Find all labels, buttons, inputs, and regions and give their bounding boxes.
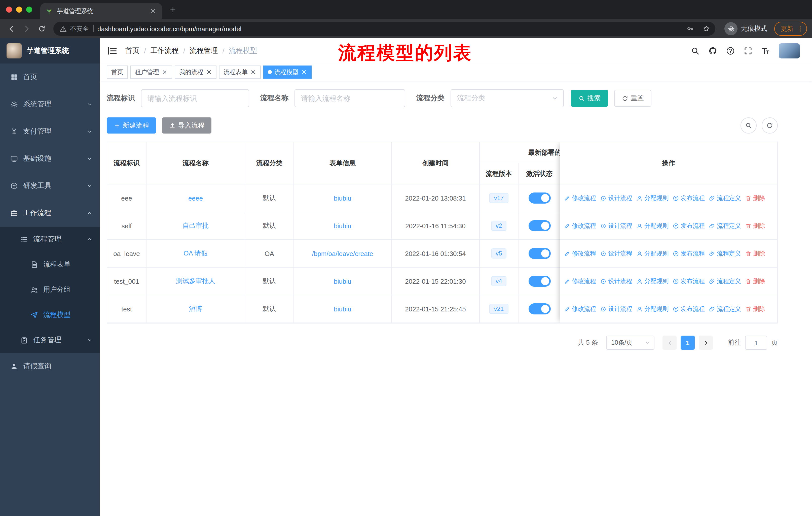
edit-process-action[interactable]: 修改流程 xyxy=(564,277,596,286)
publish-process-action[interactable]: 发布流程 xyxy=(672,277,705,286)
publish-process-action[interactable]: 发布流程 xyxy=(672,249,705,258)
hamburger-icon[interactable] xyxy=(107,45,118,56)
active-toggle[interactable] xyxy=(528,276,550,287)
process-name-link[interactable]: 测试多审批人 xyxy=(176,277,215,286)
edit-process-action[interactable]: 修改流程 xyxy=(564,305,596,313)
design-process-action[interactable]: 设计流程 xyxy=(600,249,632,258)
url-text[interactable]: dashboard.yudao.iocoder.cn/bpm/manager/m… xyxy=(97,25,680,32)
sidebar-item-home[interactable]: 首页 xyxy=(0,63,100,91)
breadcrumb-workflow[interactable]: 工作流程 xyxy=(150,46,179,55)
process-category-select[interactable]: 流程分类 xyxy=(451,89,564,107)
edit-process-action[interactable]: 修改流程 xyxy=(564,221,596,230)
github-icon[interactable] xyxy=(708,46,717,55)
delete-process-action[interactable]: 删除 xyxy=(745,277,765,286)
refresh-table-button[interactable] xyxy=(762,117,778,134)
window-zoom-button[interactable] xyxy=(26,6,32,12)
goto-page-input[interactable] xyxy=(745,335,767,350)
sidebar-item-user-group[interactable]: 用户分组 xyxy=(0,277,100,302)
process-definition-action[interactable]: 流程定义 xyxy=(709,194,741,202)
browser-update-button[interactable]: 更新 xyxy=(774,22,807,36)
app-logo[interactable]: 芋道管理系统 xyxy=(0,38,100,63)
address-bar[interactable]: 不安全 dashboard.yudao.iocoder.cn/bpm/manag… xyxy=(53,22,715,36)
process-definition-action[interactable]: 流程定义 xyxy=(709,249,741,258)
sidebar-item-process-management[interactable]: 流程管理 xyxy=(0,227,100,252)
forward-button[interactable] xyxy=(20,22,33,35)
process-definition-action[interactable]: 流程定义 xyxy=(709,277,741,286)
search-button[interactable]: 搜索 xyxy=(571,90,608,107)
close-icon[interactable] xyxy=(206,69,212,75)
toggle-search-button[interactable] xyxy=(741,117,757,134)
next-page-button[interactable] xyxy=(699,335,713,350)
form-info-link[interactable]: biubiu xyxy=(334,305,351,313)
form-info-link[interactable]: biubiu xyxy=(334,277,351,285)
design-process-action[interactable]: 设计流程 xyxy=(600,277,632,286)
active-toggle[interactable] xyxy=(528,192,550,203)
browser-tab[interactable]: 芋道管理系统 xyxy=(40,3,162,19)
sidebar-item-process-form[interactable]: 流程表单 xyxy=(0,252,100,277)
user-avatar[interactable] xyxy=(779,43,800,58)
form-info-link[interactable]: /bpm/oa/leave/create xyxy=(312,250,373,257)
sidebar-item-workflow[interactable]: 工作流程 xyxy=(0,199,100,227)
window-minimize-button[interactable] xyxy=(16,6,22,12)
process-definition-action[interactable]: 流程定义 xyxy=(709,221,741,230)
edit-process-action[interactable]: 修改流程 xyxy=(564,194,596,202)
publish-process-action[interactable]: 发布流程 xyxy=(672,305,705,313)
page-size-select[interactable]: 10条/页 xyxy=(606,335,655,350)
font-size-icon[interactable] xyxy=(761,46,770,55)
process-definition-action[interactable]: 流程定义 xyxy=(709,305,741,313)
sidebar-item-system[interactable]: 系统管理 xyxy=(0,91,100,118)
assign-rule-action[interactable]: 分配规则 xyxy=(636,305,669,313)
publish-process-action[interactable]: 发布流程 xyxy=(672,221,705,230)
fullscreen-icon[interactable] xyxy=(744,46,753,55)
sidebar-item-devtools[interactable]: 研发工具 xyxy=(0,172,100,199)
active-toggle[interactable] xyxy=(528,303,550,315)
process-name-input[interactable] xyxy=(294,89,405,107)
sidebar-item-payment[interactable]: 支付管理 xyxy=(0,118,100,145)
close-icon[interactable] xyxy=(162,69,168,75)
sidebar-item-process-model[interactable]: 流程模型 xyxy=(0,302,100,328)
tab-close-icon[interactable] xyxy=(149,7,157,15)
breadcrumb-process-management[interactable]: 流程管理 xyxy=(190,46,218,55)
tag-home[interactable]: 首页 xyxy=(107,65,128,79)
reset-button[interactable]: 重置 xyxy=(614,90,651,107)
delete-process-action[interactable]: 删除 xyxy=(745,221,765,230)
security-chip[interactable]: 不安全 xyxy=(59,24,89,33)
tag-process-model[interactable]: 流程模型 xyxy=(263,65,312,79)
delete-process-action[interactable]: 删除 xyxy=(745,194,765,202)
process-name-link[interactable]: eeee xyxy=(188,194,203,202)
process-name-link[interactable]: 滔博 xyxy=(189,304,202,314)
window-close-button[interactable] xyxy=(6,6,12,12)
help-icon[interactable] xyxy=(726,46,735,55)
assign-rule-action[interactable]: 分配规则 xyxy=(636,277,669,286)
form-info-link[interactable]: biubiu xyxy=(334,222,351,229)
sidebar-item-infrastructure[interactable]: 基础设施 xyxy=(0,145,100,172)
create-process-button[interactable]: 新建流程 xyxy=(107,117,156,134)
process-name-link[interactable]: 自己审批 xyxy=(182,221,209,230)
design-process-action[interactable]: 设计流程 xyxy=(600,305,632,313)
assign-rule-action[interactable]: 分配规则 xyxy=(636,194,669,202)
kebab-menu-icon[interactable] xyxy=(796,25,804,32)
process-name-link[interactable]: OA 请假 xyxy=(183,249,207,258)
back-button[interactable] xyxy=(5,22,18,35)
tag-my-process[interactable]: 我的流程 xyxy=(175,65,216,79)
new-tab-button[interactable] xyxy=(166,3,179,16)
search-icon[interactable] xyxy=(691,46,700,55)
publish-process-action[interactable]: 发布流程 xyxy=(672,194,705,202)
active-toggle[interactable] xyxy=(528,220,550,231)
process-id-input[interactable] xyxy=(141,89,249,107)
password-key-button[interactable] xyxy=(684,23,696,35)
active-toggle[interactable] xyxy=(528,248,550,259)
bookmark-button[interactable] xyxy=(700,23,712,35)
prev-page-button[interactable] xyxy=(663,335,676,350)
design-process-action[interactable]: 设计流程 xyxy=(600,194,632,202)
close-icon[interactable] xyxy=(250,69,256,75)
tag-process-form[interactable]: 流程表单 xyxy=(219,65,261,79)
sidebar-item-leave-query[interactable]: 请假查询 xyxy=(0,353,100,380)
breadcrumb-home[interactable]: 首页 xyxy=(125,46,140,55)
reload-button[interactable] xyxy=(35,22,48,35)
sidebar-item-task-management[interactable]: 任务管理 xyxy=(0,328,100,353)
page-number-button[interactable]: 1 xyxy=(680,335,695,350)
delete-process-action[interactable]: 删除 xyxy=(745,305,765,313)
close-icon[interactable] xyxy=(301,69,307,75)
form-info-link[interactable]: biubiu xyxy=(334,194,351,202)
